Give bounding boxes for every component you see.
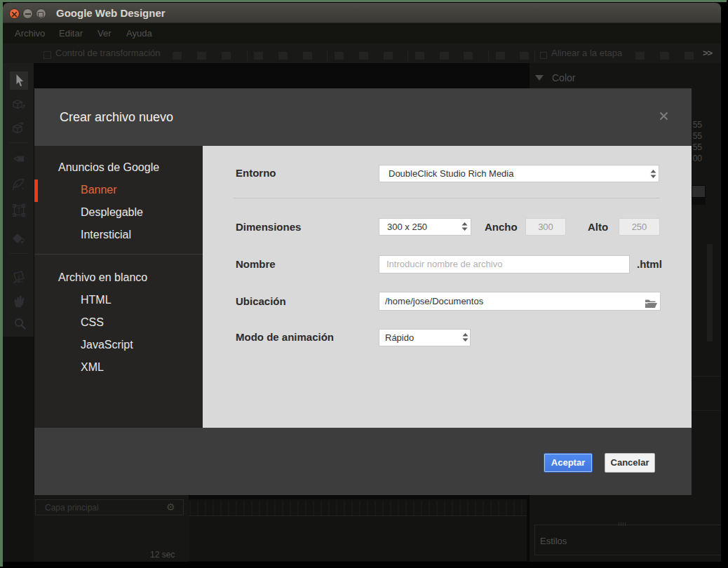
svg-text:T: T xyxy=(17,207,21,215)
